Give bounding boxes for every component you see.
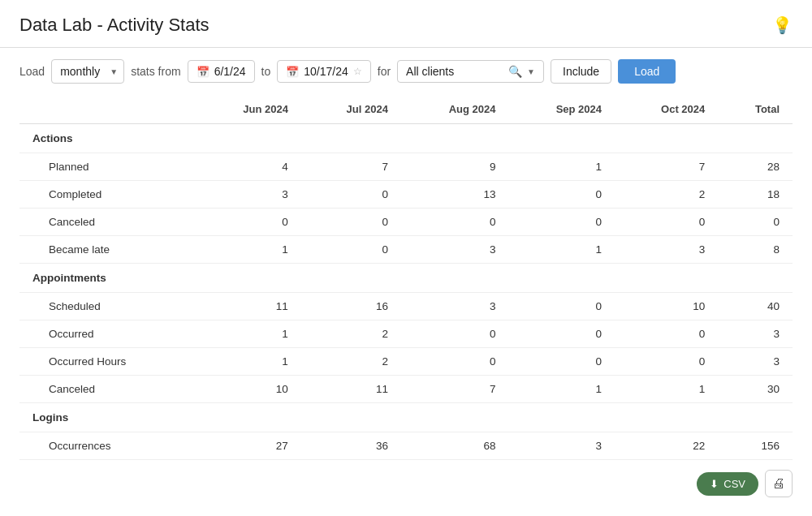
row-label: Occurred (19, 320, 196, 348)
row-label: Occurrences (19, 432, 196, 460)
csv-button[interactable]: ⬇ CSV (697, 472, 758, 496)
row-value: 16 (301, 293, 401, 320)
col-header-sep: Sep 2024 (509, 95, 615, 124)
row-value: 11 (196, 293, 300, 320)
section-header-cell: Actions (19, 124, 793, 153)
row-value: 36 (301, 432, 401, 460)
row-value: 0 (615, 348, 718, 376)
row-value: 1 (196, 236, 300, 264)
table-header-row: Jun 2024 Jul 2024 Aug 2024 Sep 2024 Oct … (19, 95, 793, 124)
row-value: 22 (615, 432, 718, 460)
col-header-jul: Jul 2024 (301, 95, 401, 124)
row-value: 3 (401, 236, 509, 264)
footer-actions: ⬇ CSV 🖨 (0, 460, 812, 507)
table-body: ActionsPlanned4791728Completed30130218Ca… (19, 124, 793, 460)
load-label: Load (19, 65, 45, 78)
row-value: 3 (509, 432, 615, 460)
table-row: Scheduled1116301040 (19, 293, 793, 320)
client-dropdown-arrow: ▼ (527, 67, 535, 76)
stats-from-label: stats from (131, 65, 180, 78)
calendar-to-icon: 📅 (286, 66, 299, 78)
frequency-select[interactable]: monthly weekly daily (51, 59, 124, 84)
row-value: 10 (615, 293, 718, 320)
table-header: Jun 2024 Jul 2024 Aug 2024 Sep 2024 Oct … (19, 95, 793, 124)
row-label: Completed (19, 181, 196, 209)
row-value: 28 (718, 153, 793, 181)
row-value: 0 (615, 209, 718, 236)
row-value: 10 (196, 376, 300, 403)
client-search-field[interactable]: 🔍 ▼ (397, 60, 544, 83)
calendar-from-icon: 📅 (197, 66, 209, 78)
row-value: 30 (718, 376, 793, 403)
col-header-total: Total (718, 95, 793, 124)
row-value: 18 (718, 181, 793, 209)
row-value: 13 (401, 181, 509, 209)
row-value: 0 (615, 320, 718, 348)
date-from-value: 6/1/24 (214, 65, 246, 78)
for-label: for (378, 65, 391, 78)
row-value: 7 (401, 376, 509, 403)
row-value: 1 (509, 376, 615, 403)
row-value: 0 (509, 348, 615, 376)
section-header-row: Appointments (19, 264, 793, 293)
page-title: Data Lab - Activity Stats (19, 15, 209, 36)
toolbar: Load monthly weekly daily ▼ stats from 📅… (0, 48, 812, 95)
load-button[interactable]: Load (618, 59, 676, 84)
row-value: 0 (401, 209, 509, 236)
row-value: 0 (718, 209, 793, 236)
row-label: Canceled (19, 376, 196, 403)
row-value: 0 (301, 209, 401, 236)
stats-table: Jun 2024 Jul 2024 Aug 2024 Sep 2024 Oct … (19, 95, 793, 460)
row-value: 11 (301, 376, 401, 403)
row-value: 1 (196, 320, 300, 348)
row-value: 1 (509, 153, 615, 181)
table-row: Completed30130218 (19, 181, 793, 209)
date-from-input[interactable]: 📅 6/1/24 (188, 60, 255, 83)
date-to-input[interactable]: 📅 10/17/24 ☆ (277, 60, 371, 83)
row-value: 3 (615, 236, 718, 264)
row-value: 0 (509, 293, 615, 320)
row-value: 0 (196, 209, 300, 236)
section-header-cell: Logins (19, 403, 793, 432)
download-icon: ⬇ (710, 478, 719, 490)
row-value: 2 (301, 320, 401, 348)
row-value: 3 (401, 293, 509, 320)
row-value: 0 (509, 181, 615, 209)
search-icon: 🔍 (508, 65, 522, 78)
print-button[interactable]: 🖨 (765, 470, 793, 497)
row-value: 1 (509, 236, 615, 264)
section-header-row: Actions (19, 124, 793, 153)
frequency-select-wrapper[interactable]: monthly weekly daily ▼ (51, 59, 124, 84)
row-value: 9 (401, 153, 509, 181)
section-header-cell: Appointments (19, 264, 793, 293)
row-value: 156 (718, 432, 793, 460)
col-header-label (19, 95, 196, 124)
star-icon: ☆ (353, 66, 362, 77)
row-value: 40 (718, 293, 793, 320)
row-value: 1 (196, 348, 300, 376)
table-row: Canceled101171130 (19, 376, 793, 403)
row-value: 2 (301, 348, 401, 376)
table-row: Planned4791728 (19, 153, 793, 181)
row-value: 27 (196, 432, 300, 460)
row-value: 0 (509, 320, 615, 348)
row-value: 0 (509, 209, 615, 236)
row-value: 8 (718, 236, 793, 264)
row-value: 3 (718, 348, 793, 376)
row-label: Occurred Hours (19, 348, 196, 376)
row-value: 0 (401, 348, 509, 376)
row-value: 7 (615, 153, 718, 181)
client-search-input[interactable] (406, 65, 503, 78)
row-label: Became late (19, 236, 196, 264)
row-value: 1 (615, 376, 718, 403)
print-icon: 🖨 (772, 476, 785, 491)
section-header-row: Logins (19, 403, 793, 432)
page-header: Data Lab - Activity Stats 💡 (0, 0, 812, 47)
csv-label: CSV (723, 478, 745, 490)
col-header-jun: Jun 2024 (196, 95, 300, 124)
row-value: 4 (196, 153, 300, 181)
row-value: 0 (401, 320, 509, 348)
table-row: Occurred Hours120003 (19, 348, 793, 376)
include-button[interactable]: Include (551, 59, 611, 84)
row-value: 3 (718, 320, 793, 348)
